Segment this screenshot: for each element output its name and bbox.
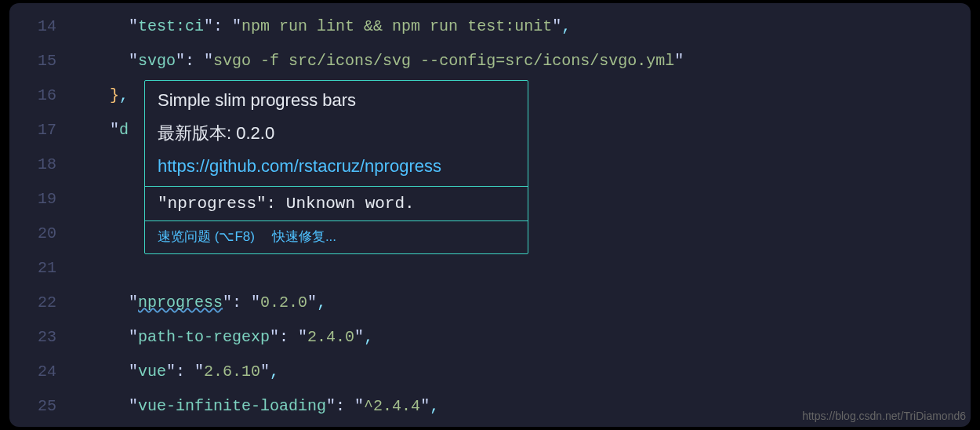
editor-window: 141516171819202122232425 "test:ci": "npm… — [9, 3, 971, 427]
hover-info-section: Simple slim progress bars 最新版本: 0.2.0 ht… — [145, 81, 528, 186]
line-number-gutter: 141516171819202122232425 — [9, 9, 72, 424]
hover-url-link[interactable]: https://github.com/rstacruz/nprogress — [158, 156, 515, 177]
code-line[interactable]: "nprogress": "0.2.0", — [72, 286, 971, 320]
hover-version: 最新版本: 0.2.0 — [158, 122, 515, 145]
line-number: 22 — [9, 286, 72, 320]
line-number: 19 — [9, 182, 72, 217]
line-number: 21 — [9, 251, 72, 286]
quick-fix-action[interactable]: 快速修复... — [272, 228, 336, 246]
code-line[interactable] — [72, 251, 971, 286]
code-line[interactable]: "svgo": "svgo -f src/icons/svg --config=… — [72, 44, 971, 78]
hover-tooltip: Simple slim progress bars 最新版本: 0.2.0 ht… — [144, 80, 528, 254]
hover-actions: 速览问题 (⌥F8) 快速修复... — [145, 220, 528, 253]
line-number: 20 — [9, 217, 72, 251]
peek-problem-action[interactable]: 速览问题 (⌥F8) — [158, 228, 255, 246]
code-line[interactable]: "vue": "2.6.10", — [72, 355, 971, 389]
line-number: 16 — [9, 78, 72, 113]
code-line[interactable]: "test:ci": "npm run lint && npm run test… — [72, 9, 971, 44]
line-number: 24 — [9, 355, 72, 389]
line-number: 14 — [9, 9, 72, 44]
watermark-text: https://blog.csdn.net/TriDiamond6 — [802, 410, 966, 422]
line-number: 25 — [9, 389, 72, 424]
line-number: 18 — [9, 148, 72, 182]
line-number: 15 — [9, 44, 72, 78]
line-number: 17 — [9, 113, 72, 148]
line-number: 23 — [9, 320, 72, 355]
hover-description: Simple slim progress bars — [158, 90, 515, 111]
code-line[interactable]: "path-to-regexp": "2.4.0", — [72, 320, 971, 355]
hover-problem-text: "nprogress": Unknown word. — [145, 187, 528, 220]
